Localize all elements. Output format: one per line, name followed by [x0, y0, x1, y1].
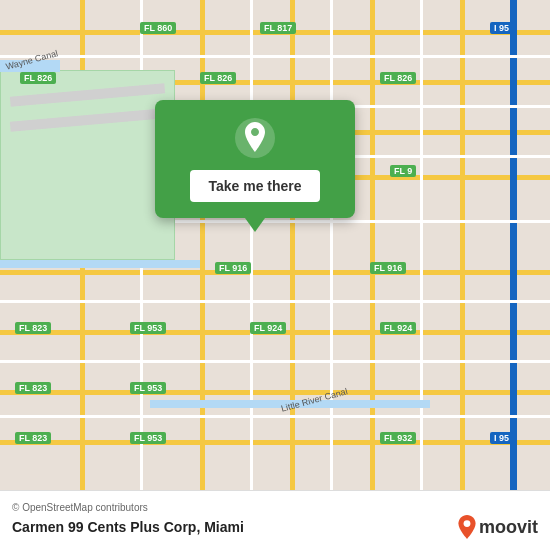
water-canal-2	[0, 260, 200, 268]
moovit-pin-icon	[457, 515, 477, 539]
map-container: FL 860 FL 817 FL 826 FL 826 FL 826 FL 81…	[0, 0, 550, 490]
label-fl9: FL 9	[390, 165, 416, 177]
location-row: Carmen 99 Cents Plus Corp, Miami moovit	[12, 515, 538, 539]
label-fl916-left: FL 916	[215, 262, 251, 274]
label-fl932: FL 932	[380, 432, 416, 444]
label-fl953-3: FL 953	[130, 432, 166, 444]
label-fl924-left: FL 924	[250, 322, 286, 334]
popup-card: Take me there	[155, 100, 355, 218]
bottom-bar: © OpenStreetMap contributors Carmen 99 C…	[0, 490, 550, 550]
location-pin-icon	[233, 116, 277, 160]
label-fl823-2: FL 823	[15, 382, 51, 394]
take-me-there-button[interactable]: Take me there	[190, 170, 319, 202]
moovit-logo: moovit	[457, 515, 538, 539]
label-fl826-1: FL 826	[20, 72, 56, 84]
moovit-text: moovit	[479, 517, 538, 538]
label-fl953-1: FL 953	[130, 322, 166, 334]
label-fl817-top: FL 817	[260, 22, 296, 34]
label-fl924-right: FL 924	[380, 322, 416, 334]
label-fl826-right: FL 826	[380, 72, 416, 84]
label-fl953-2: FL 953	[130, 382, 166, 394]
label-fl823-3: FL 823	[15, 432, 51, 444]
label-fl826-2: FL 826	[200, 72, 236, 84]
road-v-thin-2	[250, 0, 253, 490]
road-v-thin-3	[330, 0, 333, 490]
label-i95-top: I 95	[490, 22, 513, 34]
svg-point-1	[464, 520, 471, 527]
road-h-thin-6	[0, 360, 550, 363]
road-h-thin-1	[0, 55, 550, 58]
label-fl916-right: FL 916	[370, 262, 406, 274]
label-i95-bottom: I 95	[490, 432, 513, 444]
location-name: Carmen 99 Cents Plus Corp, Miami	[12, 519, 244, 535]
road-h-thin-7	[0, 415, 550, 418]
label-fl860: FL 860	[140, 22, 176, 34]
label-fl823-1: FL 823	[15, 322, 51, 334]
road-h-thin-5	[0, 300, 550, 303]
road-v-thin-4	[420, 0, 423, 490]
map-attribution: © OpenStreetMap contributors	[12, 502, 538, 513]
